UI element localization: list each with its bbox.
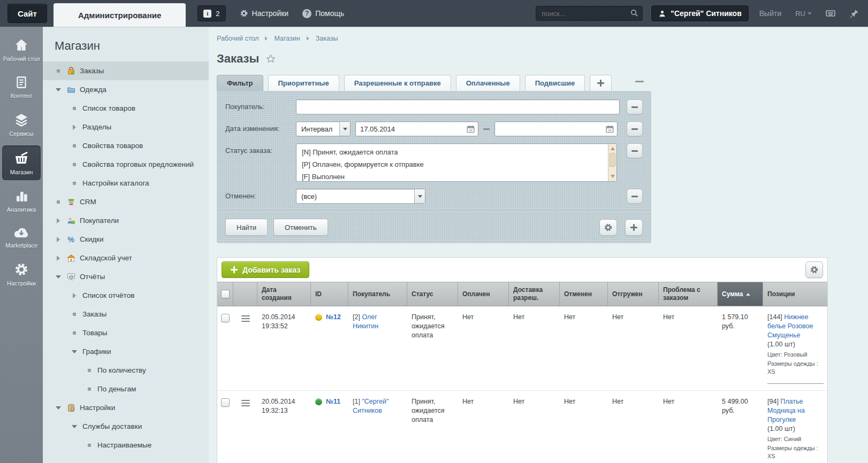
search-input[interactable]	[536, 6, 643, 21]
notifications-count: 2	[216, 10, 219, 18]
menu-item-product-properties[interactable]: Свойства товаров	[43, 136, 209, 155]
breadcrumb-desktop[interactable]: Рабочий стол	[217, 35, 258, 42]
col-id[interactable]: ID	[311, 282, 348, 306]
admin-screen: Сайт Администрирование i 2 Настройки ? П…	[0, 0, 868, 463]
tab-priority[interactable]: Приоритетные	[268, 75, 339, 91]
tab-pending[interactable]: Подвисшие	[525, 75, 585, 91]
user-button[interactable]: "Сергей" Ситников	[651, 5, 748, 21]
select-all-checkbox[interactable]	[221, 290, 230, 298]
menu-item-sections[interactable]: Разделы	[43, 118, 209, 136]
rail-item-shop[interactable]: Магазин	[2, 145, 41, 180]
order-id-link[interactable]: №11	[326, 397, 340, 406]
col-canceled[interactable]: Отменен	[560, 282, 608, 306]
menu-item-graphs[interactable]: Графики	[43, 342, 209, 361]
add-filter-field-button[interactable]	[625, 219, 643, 236]
site-button[interactable]: Сайт	[7, 4, 47, 23]
menu-item-customers[interactable]: Покупатели	[43, 211, 209, 230]
rail-item-content[interactable]: Контент	[2, 70, 41, 104]
find-button[interactable]: Найти	[225, 219, 268, 236]
add-order-button[interactable]: Добавить заказ	[222, 261, 309, 278]
status-option[interactable]: [F] Выполнен	[296, 171, 606, 182]
rail-item-settings[interactable]: Настройки	[2, 257, 41, 291]
menu-item-orders[interactable]: Заказы	[43, 61, 209, 80]
search-wrap	[536, 6, 643, 21]
remove-customer-filter-button[interactable]	[627, 99, 643, 114]
date-to-input[interactable]	[494, 121, 618, 136]
remove-canceled-filter-button[interactable]	[627, 189, 643, 204]
admin-tab[interactable]: Администрирование	[54, 3, 186, 27]
pin-icon[interactable]	[849, 9, 859, 19]
calendar-icon[interactable]	[605, 125, 614, 134]
menu-item-crm[interactable]: CRM	[43, 192, 209, 211]
order-status-listbox[interactable]: [N] Принят, ожидается оплата [P] Оплачен…	[296, 143, 617, 182]
menu-item-product-list[interactable]: Список товаров	[43, 99, 209, 118]
topbar-settings-link[interactable]: Настройки	[240, 9, 289, 18]
topbar-help-link[interactable]: ? Помощь	[302, 9, 344, 18]
favorite-star-icon[interactable]	[265, 53, 276, 64]
rail-item-analytics[interactable]: Аналитика	[2, 183, 41, 218]
row-checkbox[interactable]	[221, 398, 230, 407]
rail-item-services[interactable]: Сервисы	[2, 107, 41, 142]
logout-link[interactable]: Выйти	[759, 9, 781, 18]
scroll-up-icon[interactable]	[611, 147, 615, 150]
tab-allowed-to-ship[interactable]: Разрешенные к отправке	[344, 75, 451, 91]
row-menu-header	[233, 282, 257, 306]
breadcrumb-orders[interactable]: Заказы	[316, 35, 338, 42]
menu-item-offer-properties[interactable]: Свойства торговых предложений	[43, 155, 209, 174]
date-from-input[interactable]	[355, 121, 478, 136]
col-date-created[interactable]: Дата создания	[257, 282, 311, 306]
col-positions[interactable]: Позиции	[763, 282, 827, 306]
tab-filter[interactable]: Фильтр	[217, 75, 263, 91]
col-delivery-allowed[interactable]: Доставка разреш.	[509, 282, 560, 306]
tab-paid[interactable]: Оплаченные	[456, 75, 520, 91]
row-menu-icon[interactable]	[241, 315, 250, 322]
remove-status-filter-button[interactable]	[627, 143, 643, 158]
rail-item-desktop[interactable]: Рабочий стол	[2, 32, 41, 67]
menu-item-configurable[interactable]: Настраиваемые	[43, 436, 209, 454]
gear-icon	[810, 265, 819, 274]
col-status[interactable]: Статус	[407, 282, 458, 306]
calendar-icon[interactable]	[466, 125, 475, 134]
col-buyer[interactable]: Покупатель	[348, 282, 407, 306]
menu-item-report-products[interactable]: Товары	[43, 323, 209, 342]
bullet-icon	[88, 444, 91, 447]
grid-settings-button[interactable]	[805, 261, 823, 278]
menu-item-catalog-settings[interactable]: Настройки каталога	[43, 174, 209, 192]
menu-item-discounts[interactable]: % Скидки	[43, 230, 209, 249]
menu-item-shop-settings[interactable]: Настройки	[43, 398, 209, 417]
menu-item-clothes[interactable]: Одежда	[43, 80, 209, 99]
keyboard-icon[interactable]	[825, 8, 836, 19]
rail-item-marketplace[interactable]: Marketplace	[2, 221, 41, 253]
col-sum-sorted[interactable]: Сумма	[718, 282, 763, 306]
col-paid[interactable]: Оплачен	[458, 282, 509, 306]
menu-item-by-quantity[interactable]: По количеству	[43, 361, 209, 380]
cancel-button[interactable]: Отменить	[273, 219, 328, 236]
menu-item-report-list[interactable]: Список отчётов	[43, 286, 209, 305]
menu-item-delivery-services[interactable]: Службы доставки	[43, 417, 209, 436]
menu-item-by-money[interactable]: По деньгам	[43, 380, 209, 398]
row-checkbox[interactable]	[221, 314, 230, 322]
menu-item-warehouse[interactable]: Складской учет	[43, 249, 209, 267]
scroll-down-icon[interactable]	[611, 175, 615, 178]
col-shipped[interactable]: Отгружен	[608, 282, 659, 306]
menu-item-report-orders[interactable]: Заказы	[43, 305, 209, 323]
scrollbar-thumb[interactable]	[610, 153, 615, 167]
listbox-scrollbar[interactable]	[608, 144, 616, 181]
filter-settings-button[interactable]	[599, 219, 617, 236]
canceled-select[interactable]: (все)	[296, 189, 425, 204]
menu-item-reports[interactable]: Отчёты	[43, 267, 209, 286]
order-id-link[interactable]: №12	[326, 313, 341, 322]
status-option[interactable]: [P] Оплачен, формируется к отправке	[296, 158, 606, 171]
status-option[interactable]: [N] Принят, ожидается оплата	[296, 146, 606, 158]
add-tab-button[interactable]	[590, 75, 612, 91]
search-icon[interactable]	[630, 9, 639, 18]
language-selector[interactable]: RU	[795, 10, 812, 18]
col-problem[interactable]: Проблема с заказом	[659, 282, 718, 306]
customer-input[interactable]	[296, 99, 620, 114]
remove-date-filter-button[interactable]	[627, 121, 643, 136]
date-mode-select[interactable]: Интервал	[296, 121, 351, 136]
breadcrumb-shop[interactable]: Магазин	[274, 35, 300, 42]
notifications-button[interactable]: i 2	[197, 5, 225, 21]
row-menu-icon[interactable]	[241, 400, 250, 406]
collapse-filter-button[interactable]	[635, 81, 644, 82]
